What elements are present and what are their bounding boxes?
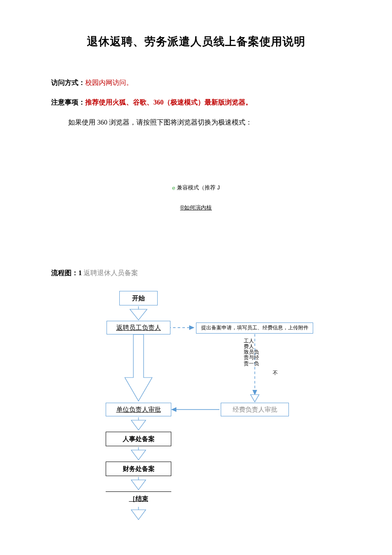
flowchart-label-rest: 返聘退休人员备案 <box>82 269 138 276</box>
page-title: 退休返聘、劳务派遣人员线上备案使用说明 <box>51 34 341 49</box>
flow-unit-approve: 单位负责人审批 <box>106 403 171 416</box>
flow-end: ［结束 <box>115 491 162 506</box>
flow-cond-text: 工费致责责人人员与一负 经 负 <box>244 338 259 366</box>
access-label: 访问方式： <box>51 79 85 86</box>
flowchart-label-strong: 流程图：1 <box>51 269 82 276</box>
access-value: 校园内网访问。 <box>85 79 133 86</box>
kernel-line: ®如何演内核 <box>51 202 341 214</box>
cond-c2: 人人员与一 <box>249 338 254 366</box>
compat-text: 兼容模式（推荐 J <box>177 184 220 191</box>
compat-prefix: e <box>172 182 175 195</box>
flowchart: 开始 返聘员工负责人 提出备案申请，填写员工、经费信息，上传附件 工费致责责人人… <box>77 290 315 527</box>
flow-fund-approve: 经费负责人审批 <box>221 403 289 416</box>
access-line: 访问方式：校园内网访问。 <box>51 75 341 91</box>
flow-finance-record: 财务处备案 <box>106 462 171 476</box>
flowchart-label: 流程图：1 返聘退休人员备案 <box>51 265 341 281</box>
cond-c1: 工费致责责 <box>244 338 249 366</box>
flow-cond-no: 不 <box>273 370 278 376</box>
notice-extra: 如果使用 360 浏览器，请按照下图将浏览器切换为极速模式： <box>51 114 341 131</box>
browser-mode-block: e 兼容模式（推荐 J ®如何演内核 <box>51 182 341 214</box>
flow-start: 开始 <box>119 291 158 305</box>
flow-end-text: ［结束 <box>129 494 148 503</box>
notice-label: 注意事项： <box>51 99 85 106</box>
notice-line: 注意事项：推荐使用火狐、谷歌、360（极速模式）最新版浏览器。 <box>51 94 341 110</box>
cond-c3: 负 经 负 <box>254 349 259 366</box>
compat-mode-line: e 兼容模式（推荐 J <box>51 182 341 194</box>
end-top-border <box>106 491 171 492</box>
notice-value: 推荐使用火狐、谷歌、360（极速模式）最新版浏览器。 <box>85 99 252 106</box>
flow-responsible: 返聘员工负责人 <box>107 321 170 334</box>
flow-hr-record: 人事处备案 <box>106 432 171 446</box>
flow-submit: 提出备案申请，填写员工、经费信息，上传附件 <box>196 323 313 334</box>
